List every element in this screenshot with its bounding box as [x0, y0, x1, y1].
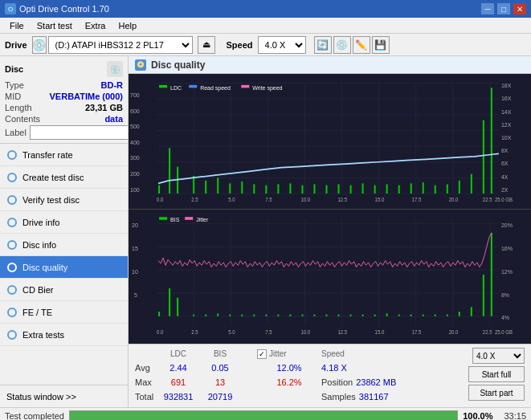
svg-rect-43 — [386, 184, 388, 194]
jitter-label: Jitter — [269, 348, 287, 361]
menu-start-test[interactable]: Start test — [31, 19, 79, 32]
svg-rect-112 — [313, 314, 315, 316]
transfer-rate-icon — [6, 149, 18, 161]
svg-rect-42 — [374, 186, 376, 194]
svg-text:20.0: 20.0 — [449, 197, 459, 202]
save-button[interactable]: 💾 — [372, 36, 390, 54]
svg-text:10: 10 — [132, 267, 138, 275]
svg-rect-47 — [435, 186, 436, 194]
disc-mid-val: VERBATIMe (000) — [50, 92, 123, 101]
svg-rect-124 — [459, 312, 460, 316]
speed-label: Speed — [227, 40, 253, 50]
svg-rect-37 — [313, 184, 315, 194]
sidebar-label-transfer-rate: Transfer rate — [22, 150, 73, 160]
chart1-svg: LDC Read speed Write speed — [129, 74, 531, 209]
svg-rect-50 — [471, 174, 472, 194]
sidebar-item-verify-test-disc[interactable]: Verify test disc — [0, 189, 128, 211]
disc-mid-key: MID — [5, 92, 21, 101]
speed-select[interactable]: 4.0 X 2.0 X 1.0 X — [258, 36, 306, 54]
sidebar-label-disc-quality: Disc quality — [22, 263, 67, 272]
sidebar-item-disc-quality[interactable]: Disc quality — [0, 256, 128, 279]
svg-rect-52 — [491, 88, 492, 194]
svg-rect-121 — [423, 314, 424, 316]
svg-rect-97 — [185, 217, 193, 219]
svg-text:7.5: 7.5 — [265, 328, 272, 334]
svg-text:LDC: LDC — [170, 84, 182, 92]
stats-max-row: Max 691 13 16.2% Position 23862 MB — [135, 375, 465, 389]
svg-text:200: 200 — [130, 170, 140, 178]
svg-rect-104 — [217, 313, 219, 316]
sidebar-label-drive-info: Drive info — [22, 218, 59, 227]
jitter-checkbox[interactable]: ✓ — [257, 349, 267, 359]
svg-rect-51 — [483, 120, 484, 194]
svg-text:4%: 4% — [501, 313, 509, 321]
disc-label-input[interactable] — [30, 125, 129, 140]
svg-rect-38 — [325, 186, 327, 194]
menu-help[interactable]: Help — [112, 19, 143, 32]
svg-text:700: 700 — [130, 91, 140, 99]
svg-rect-46 — [423, 182, 424, 194]
svg-text:2X: 2X — [501, 186, 509, 194]
sidebar-item-disc-info[interactable]: Disc info — [0, 234, 128, 256]
stats-total-row: Total 932831 20719 Samples 381167 — [135, 389, 465, 404]
refresh-button[interactable]: 🔄 — [314, 36, 332, 54]
svg-rect-100 — [169, 288, 170, 316]
close-button[interactable]: ✕ — [513, 3, 526, 14]
svg-rect-20 — [189, 85, 197, 88]
stats-total-label: Total — [135, 389, 157, 404]
svg-text:0.0: 0.0 — [157, 328, 164, 334]
svg-text:Read speed: Read speed — [200, 84, 231, 92]
svg-rect-120 — [411, 314, 412, 316]
start-full-button[interactable]: Start full — [468, 366, 525, 382]
menu-file[interactable]: File — [3, 19, 31, 32]
stats-max-jitter: 16.2% — [257, 375, 321, 389]
sidebar-item-extra-tests[interactable]: Extra tests — [0, 324, 128, 346]
svg-text:10.0: 10.0 — [300, 197, 310, 202]
svg-rect-22 — [241, 85, 249, 88]
extra-tests-icon — [6, 329, 18, 340]
svg-rect-115 — [350, 314, 352, 316]
sidebar: Disc 💿 Type BD-R MID VERBATIMe (000) Len… — [0, 56, 129, 407]
svg-text:14X: 14X — [501, 108, 511, 116]
menu-extra[interactable]: Extra — [79, 19, 112, 32]
sidebar-item-cd-bier[interactable]: CD Bier — [0, 279, 128, 301]
minimize-button[interactable]: ─ — [481, 3, 494, 14]
samples-label: Samples — [321, 389, 356, 404]
progress-area: Test completed 100.0% 33:15 — [0, 407, 531, 420]
disc-button[interactable]: 💿 — [333, 36, 351, 54]
edit-button[interactable]: ✏️ — [353, 36, 370, 54]
title-bar-controls: ─ □ ✕ — [481, 3, 526, 14]
sidebar-item-drive-info[interactable]: Drive info — [0, 211, 128, 234]
stats-max-label: Max — [135, 375, 157, 389]
svg-text:25.0 GB: 25.0 GB — [495, 197, 513, 202]
sidebar-item-transfer-rate[interactable]: Transfer rate — [0, 144, 128, 166]
svg-rect-125 — [471, 307, 472, 316]
status-window[interactable]: Status window >> — [0, 385, 128, 407]
sidebar-item-create-test-disc[interactable]: Create test disc — [0, 166, 128, 189]
maximize-button[interactable]: □ — [497, 3, 510, 14]
disc-icon-btn[interactable]: 💿 — [107, 61, 123, 77]
eject-button[interactable]: ⏏ — [198, 36, 215, 54]
svg-text:8%: 8% — [501, 291, 509, 299]
app-title: Opti Drive Control 1.70 — [19, 4, 109, 14]
app-icon: O — [5, 3, 16, 14]
svg-text:15.0: 15.0 — [375, 328, 385, 334]
svg-rect-123 — [447, 314, 448, 316]
status-window-label: Status window >> — [6, 392, 76, 402]
svg-text:0.0: 0.0 — [157, 197, 164, 202]
svg-rect-99 — [158, 312, 160, 316]
svg-rect-108 — [265, 314, 267, 316]
svg-text:2.5: 2.5 — [191, 328, 198, 334]
disc-mid-row: MID VERBATIMe (000) — [5, 92, 123, 101]
progress-pct: 100.0% — [463, 411, 492, 421]
stats-speed-select[interactable]: 4.0 X 2.0 X — [472, 348, 525, 364]
svg-rect-41 — [362, 183, 364, 194]
svg-text:500: 500 — [130, 123, 140, 131]
title-bar: O Opti Drive Control 1.70 ─ □ ✕ — [0, 0, 531, 18]
sidebar-item-fe-te[interactable]: FE / TE — [0, 301, 128, 324]
stats-header-ldc: LDC — [157, 348, 199, 361]
start-part-button[interactable]: Start part — [468, 385, 525, 401]
svg-text:18X: 18X — [501, 82, 511, 90]
svg-rect-122 — [435, 314, 436, 316]
drive-select[interactable]: (D:) ATAPI iHBS312 2 PL17 — [48, 36, 193, 54]
